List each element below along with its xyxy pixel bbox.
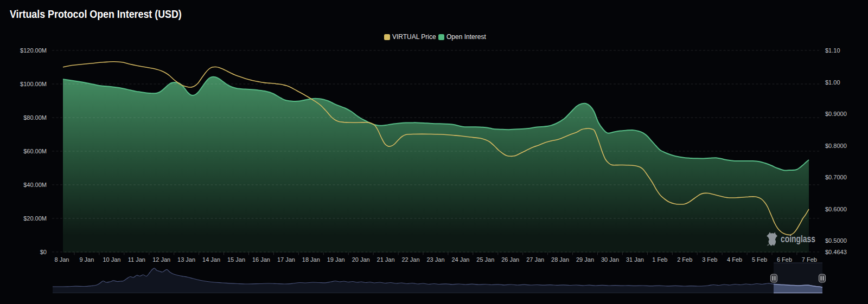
svg-text:22 Jan: 22 Jan	[401, 256, 419, 263]
svg-text:$1.10: $1.10	[825, 47, 840, 54]
svg-text:23 Jan: 23 Jan	[426, 256, 444, 263]
svg-text:$1.00: $1.00	[825, 79, 840, 86]
svg-text:19 Jan: 19 Jan	[327, 256, 345, 263]
svg-text:$100.00M: $100.00M	[20, 81, 47, 87]
svg-text:$0.5000: $0.5000	[825, 237, 847, 244]
svg-text:$40.00M: $40.00M	[23, 182, 47, 188]
svg-text:$0.9000: $0.9000	[825, 111, 847, 117]
svg-text:27 Jan: 27 Jan	[526, 256, 544, 263]
svg-text:$120.00M: $120.00M	[20, 47, 47, 54]
svg-text:8 Jan: 8 Jan	[55, 256, 69, 263]
svg-text:20 Jan: 20 Jan	[352, 256, 370, 263]
svg-text:14 Jan: 14 Jan	[202, 256, 220, 263]
svg-text:24 Jan: 24 Jan	[451, 256, 469, 263]
svg-text:2 Feb: 2 Feb	[677, 256, 692, 263]
svg-text:28 Jan: 28 Jan	[551, 256, 569, 263]
svg-text:$20.00M: $20.00M	[23, 215, 47, 222]
svg-text:$80.00M: $80.00M	[23, 114, 47, 121]
svg-text:1 Feb: 1 Feb	[652, 256, 667, 263]
svg-text:9 Jan: 9 Jan	[79, 256, 94, 263]
svg-text:$0.8000: $0.8000	[825, 143, 847, 149]
svg-text:4 Feb: 4 Feb	[727, 256, 742, 263]
svg-text:12 Jan: 12 Jan	[152, 256, 170, 263]
svg-text:$0: $0	[40, 249, 47, 255]
svg-text:29 Jan: 29 Jan	[576, 256, 594, 263]
svg-text:26 Jan: 26 Jan	[501, 256, 519, 263]
svg-text:$0.6000: $0.6000	[825, 206, 847, 212]
svg-text:30 Jan: 30 Jan	[601, 256, 619, 263]
svg-text:21 Jan: 21 Jan	[377, 256, 395, 263]
svg-text:$60.00M: $60.00M	[23, 148, 47, 154]
svg-text:11 Jan: 11 Jan	[128, 256, 145, 263]
svg-text:15 Jan: 15 Jan	[227, 256, 245, 263]
svg-text:13 Jan: 13 Jan	[177, 256, 195, 263]
svg-text:17 Jan: 17 Jan	[277, 256, 295, 263]
svg-text:7 Feb: 7 Feb	[802, 256, 817, 263]
svg-text:3 Feb: 3 Feb	[702, 256, 717, 263]
svg-text:18 Jan: 18 Jan	[302, 256, 320, 263]
svg-text:5 Feb: 5 Feb	[752, 256, 767, 263]
svg-text:$0.4643: $0.4643	[825, 249, 847, 255]
svg-text:25 Jan: 25 Jan	[476, 256, 494, 263]
svg-text:10 Jan: 10 Jan	[103, 256, 120, 263]
svg-text:31 Jan: 31 Jan	[626, 256, 644, 263]
svg-text:16 Jan: 16 Jan	[252, 256, 270, 263]
svg-text:$0.7000: $0.7000	[825, 174, 847, 180]
svg-text:6 Feb: 6 Feb	[777, 256, 792, 263]
